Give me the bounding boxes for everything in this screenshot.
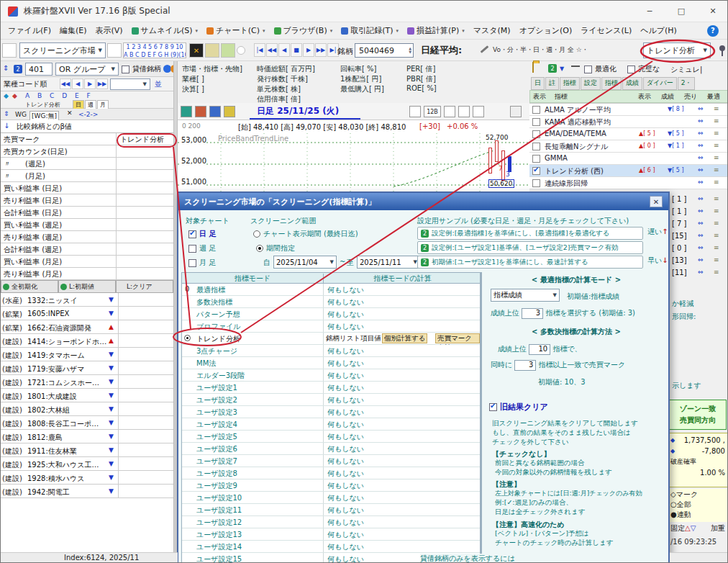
stock-row[interactable]: (水産) 1332:ニッスイ ▼: [1, 293, 173, 307]
swap-icon[interactable]: ⇔: [698, 117, 704, 125]
swap-icon[interactable]: ⇔: [698, 154, 704, 161]
playback-button[interactable]: ◀: [278, 43, 290, 57]
weekly-checkbox[interactable]: 週 足: [188, 243, 216, 253]
indicator-mode-row[interactable]: パターン予想 何もしない: [182, 308, 480, 320]
two-icon[interactable]: 2: [548, 64, 557, 73]
screening-market-select[interactable]: スクリーニング市場▼: [19, 42, 106, 58]
sort-order-label[interactable]: 業種コード順: [4, 79, 47, 89]
stock-row[interactable]: (鉱業) 1605:INPEX ▼: [1, 307, 173, 320]
clear-results-checkbox[interactable]: 旧結果クリア: [489, 402, 548, 413]
indicator-row[interactable]: 長短乖離Nシグナル ▲[ 0 ] ▼[ 1 ] ⇔ ≡: [529, 140, 728, 153]
menu-item[interactable]: 編集(E): [55, 24, 91, 37]
indicator-tab[interactable]: 成績: [622, 77, 642, 90]
playback-button[interactable]: ◀◀: [266, 43, 278, 57]
indicator-tab[interactable]: 2・: [678, 77, 696, 90]
folder-icon[interactable]: [532, 62, 534, 73]
split-icon[interactable]: [510, 106, 522, 117]
beta-label[interactable]: 比較銘柄とのβ値: [17, 122, 72, 132]
parameter-row[interactable]: 売り利益率 (月足): [1, 268, 173, 280]
parameter-row[interactable]: 売り利益率 (日足): [1, 194, 173, 207]
indicator-mode-row[interactable]: ユーザ設定5 何もしない: [182, 431, 480, 443]
indicator-row[interactable]: EMA/DEMA/TEMA ▲[ 5 ] ▼[ 5 ] ⇔ ≡: [529, 128, 728, 140]
help-icon[interactable]: ?: [707, 25, 719, 37]
nav-button[interactable]: ▶: [84, 78, 96, 89]
same-input[interactable]: 3: [514, 360, 536, 371]
optimize-checkbox[interactable]: 最適化: [584, 64, 616, 74]
indicator-tab[interactable]: 指標: [560, 77, 580, 90]
from-date-input[interactable]: 2025/11/04▼: [273, 256, 337, 269]
indicator-mode-row[interactable]: 0 最適指標 何もしない: [182, 284, 480, 296]
perfect-checkbox[interactable]: 完璧な: [627, 64, 660, 74]
updown-icon[interactable]: ⇕: [4, 110, 9, 117]
dialog-titlebar[interactable]: スクリーニング市場の「スクリーニング(指標計算)」 ✕: [178, 193, 668, 210]
settings-lines-icon[interactable]: ≡: [714, 142, 719, 149]
indicator-mode-row[interactable]: ユーザ設定12 何もしない: [182, 516, 480, 528]
settings-lines-icon[interactable]: ≡: [714, 154, 719, 161]
rank-input[interactable]: 3: [522, 308, 543, 319]
trend-analysis-select[interactable]: トレンド分析▼: [643, 42, 711, 58]
mark-sync-radio[interactable]: ●連動: [670, 510, 725, 520]
indicator-mode-row[interactable]: エルダー3段階 何もしない: [182, 369, 480, 382]
parameter-row[interactable]: 買い利益率 (日足): [1, 182, 173, 194]
indicator-tab[interactable]: ダイバー: [643, 77, 677, 90]
period-strip[interactable]: Vo・分・半・日・週・月 全 ☆・: [493, 45, 588, 55]
settings-lines-icon[interactable]: ≡: [714, 256, 719, 264]
parameter-row[interactable]: 売買マーク トレンド分析: [1, 133, 173, 145]
fixed-marks-label[interactable]: 固定△▽: [670, 523, 696, 533]
pen-icon[interactable]: [481, 45, 489, 53]
swap-icon[interactable]: ⇔: [698, 179, 704, 186]
indicator-mode-row[interactable]: ユーザ設定11 何もしない: [182, 504, 480, 516]
stock-row[interactable]: (建設) 1802:大林組 ▼: [1, 402, 173, 416]
to-date-input[interactable]: 2025/11/11▼: [357, 256, 420, 269]
playback-button[interactable]: ■: [291, 43, 302, 57]
swap-icon[interactable]: ⇔: [698, 269, 704, 276]
majority-rank-input[interactable]: 10: [529, 344, 550, 355]
indicator-row[interactable]: トレンド分析 (西) ▲[ 6 ] ▼[ 5 ] ⇔ ≡: [529, 165, 728, 177]
letter-tabs[interactable]: A B C D E F: [25, 92, 94, 99]
swap-icon[interactable]: ⇔: [698, 256, 704, 264]
x-icon[interactable]: ✕: [67, 109, 73, 117]
indicator-mode-row[interactable]: ユーザ設定2 何もしない: [182, 394, 480, 406]
zone-match-box[interactable]: ゾーン一致 売買同方向: [669, 400, 727, 430]
dialog-close-button[interactable]: ✕: [650, 196, 663, 207]
parameter-row[interactable]: 売り利益率 (週足): [1, 231, 173, 243]
settings-lines-icon[interactable]: ≡: [714, 195, 719, 202]
stock-row[interactable]: (建設) 1414:ショーボンドホ… ▲: [1, 334, 173, 348]
tools-icon[interactable]: ✕: [189, 43, 204, 58]
nav-button[interactable]: ◀: [72, 78, 83, 89]
group-mode-select[interactable]: OR グループ▼: [55, 63, 119, 76]
settings-lines-icon[interactable]: ≡: [714, 105, 719, 112]
chart-canvas[interactable]: 53,000 52,000 51,000 PriceBandTrendLine …: [178, 133, 529, 192]
stock-row[interactable]: (建設) 1719:安藤ハザマ ▼: [1, 361, 173, 375]
wg-label[interactable]: WG: [15, 111, 27, 118]
indicator-row[interactable]: 連続線形回帰 ⇔ ≡: [529, 177, 728, 189]
stock-code-input[interactable]: 5040469 ▲▼: [355, 43, 414, 58]
menu-item[interactable]: サムネイル(S): [127, 24, 202, 37]
updown-icon[interactable]: ⇕: [3, 64, 9, 72]
menu-item[interactable]: チャート(C): [202, 24, 270, 37]
parameter-row[interactable]: 合計利益率 (日足): [1, 207, 173, 219]
indicator-checkbox[interactable]: [532, 167, 540, 175]
indicator-checkbox[interactable]: [532, 118, 540, 126]
indicator-mode-row[interactable]: MM法 何もしない: [182, 357, 480, 369]
parameter-row[interactable]: 〃 (週足): [1, 158, 173, 170]
sample-button-1[interactable]: 2 設定例:[最適指標]を基準値にし、[最適指標]を最適化する: [417, 227, 643, 240]
swap-icon[interactable]: ⇔: [698, 130, 704, 137]
calendar-icon[interactable]: [409, 106, 421, 117]
parameter-row[interactable]: 買い利益率 (週足): [1, 219, 173, 231]
playback-button[interactable]: |◀: [254, 43, 265, 57]
indicator-mode-row[interactable]: ユーザ設定9 何もしない: [182, 479, 480, 492]
spinner[interactable]: ▲▼: [409, 47, 411, 54]
swap-icon[interactable]: ⇔: [698, 207, 704, 215]
mark-all-radio[interactable]: ○全部: [670, 500, 725, 510]
indicator-mode-row[interactable]: ユーザ設定4 何もしない: [182, 418, 480, 431]
stock-row[interactable]: (建設) 1925:大和ハウス工… ▼: [1, 457, 173, 471]
indicator-mode-row[interactable]: トレンド分析 銘柄リスト項目値 個別計算する 売買マーク有効: [182, 333, 480, 345]
settings-lines-icon[interactable]: ≡: [714, 269, 719, 276]
settings-lines-icon[interactable]: ≡: [714, 130, 719, 137]
taishaku-checkbox[interactable]: 貸借銘柄: [122, 64, 161, 74]
swap-icon[interactable]: ⇔: [698, 195, 704, 202]
chart-tool-icon[interactable]: [181, 106, 192, 117]
swap-icon[interactable]: ⇔: [698, 166, 704, 174]
grid-icon[interactable]: [107, 43, 122, 58]
